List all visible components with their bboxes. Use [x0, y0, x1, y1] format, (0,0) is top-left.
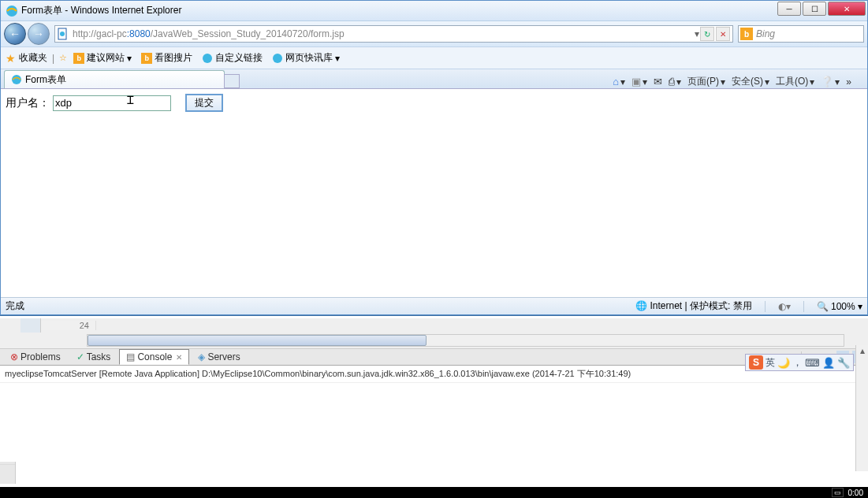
home-icon: ⌂ — [613, 76, 619, 87]
zone-indicator[interactable]: 🌐 Internet | 保护模式: 禁用 — [635, 299, 752, 313]
tab-problems[interactable]: ⊗Problems — [3, 349, 68, 365]
bing-small-icon: b — [73, 53, 84, 64]
tools-menu[interactable]: 工具(O) ▾ — [776, 75, 814, 88]
tab-console[interactable]: ▤Console✕ — [119, 349, 189, 365]
username-input[interactable] — [53, 95, 171, 111]
editor-gutter: 24 — [0, 318, 868, 333]
tasks-icon: ✓ — [76, 351, 84, 362]
form-row: 用户名： 提交 — [6, 94, 862, 112]
feeds-button[interactable]: ▣ ▾ — [631, 76, 647, 87]
scroll-thumb[interactable] — [88, 335, 427, 346]
maximize-button[interactable]: ☐ — [803, 2, 826, 16]
hscrollbar[interactable] — [87, 334, 844, 347]
mail-button[interactable]: ✉ — [654, 76, 662, 87]
rss-icon: ▣ — [631, 76, 641, 87]
ime-toolbar[interactable]: S 英 🌙 ， ⌨ 👤 🔧 — [745, 354, 854, 371]
refresh-button[interactable]: ↻ — [700, 27, 714, 41]
url-text: http://gacl-pc:8080/JavaWeb_Session_Stud… — [69, 28, 695, 39]
submit-button[interactable]: 提交 — [185, 94, 223, 112]
safety-menu[interactable]: 安全(S) ▾ — [732, 75, 769, 88]
tray-icon[interactable]: ▭ — [832, 488, 844, 497]
console-header: myeclipseTomcatServer [Remote Java Appli… — [0, 366, 868, 383]
favorites-bar: ★ 收藏夹 | ☆ b建议网站 ▾ b看图搜片 自定义链接 网页快讯库 ▾ — [1, 47, 867, 69]
forward-button[interactable]: → — [28, 23, 50, 45]
ime-lang[interactable]: 英 — [766, 356, 775, 370]
ie-icon — [6, 5, 18, 17]
print-icon: ⎙ — [669, 76, 675, 87]
problems-icon: ⊗ — [10, 351, 18, 362]
username-label: 用户名： — [6, 96, 50, 110]
status-text: 完成 — [6, 299, 635, 313]
ie-small-icon — [272, 53, 283, 64]
globe-icon: 🌐 — [635, 300, 647, 311]
status-bar: 完成 🌐 Internet | 保护模式: 禁用 ◐▾ 🔍 100% ▾ — [1, 297, 867, 314]
servers-icon: ◈ — [198, 351, 205, 362]
fav-link-image[interactable]: b看图搜片 — [138, 50, 196, 66]
window-controls: ─ ☐ ✕ — [777, 2, 866, 16]
protected-mode-icon[interactable]: ◐▾ — [778, 301, 791, 312]
add-fav-icon[interactable]: ☆ — [59, 53, 67, 63]
eclipse-area: 24 ⊗Problems ✓Tasks ▤Console✕ ◈Servers ■… — [0, 318, 868, 462]
svg-point-4 — [273, 54, 282, 63]
search-placeholder: Bing — [753, 28, 778, 39]
tab-servers[interactable]: ◈Servers — [191, 349, 247, 365]
clock[interactable]: 0:00 — [848, 489, 863, 497]
help-icon: ❔ — [821, 76, 833, 87]
page-icon — [57, 28, 69, 40]
zoom-control[interactable]: 🔍 100% ▾ — [817, 301, 862, 312]
print-button[interactable]: ⎙ ▾ — [669, 76, 681, 87]
eclipse-views-tabs: ⊗Problems ✓Tasks ▤Console✕ ◈Servers ■ ✕ … — [0, 348, 868, 366]
wrench-icon[interactable]: 🔧 — [837, 357, 850, 369]
fav-link-feeds[interactable]: 网页快讯库 ▾ — [269, 50, 343, 66]
sogou-icon[interactable]: S — [749, 355, 763, 370]
line-number: 24 — [41, 321, 96, 330]
tab-tasks[interactable]: ✓Tasks — [69, 349, 118, 365]
person-icon[interactable]: 👤 — [822, 357, 835, 369]
new-tab-button[interactable] — [224, 74, 240, 88]
ie-window: Form表单 - Windows Internet Explorer ─ ☐ ✕… — [0, 0, 868, 315]
favorites-star-icon[interactable]: ★ — [6, 52, 16, 65]
taskbar[interactable]: ▭ 0:00 — [0, 487, 868, 498]
command-bar: ⌂ ▾ ▣ ▾ ✉ ⎙ ▾ 页面(P) ▾ 安全(S) ▾ 工具(O) ▾ ❔▾… — [240, 75, 864, 88]
overflow-button[interactable]: » — [846, 76, 851, 87]
stop-button[interactable]: ✕ — [716, 27, 730, 41]
fav-link-custom[interactable]: 自定义链接 — [199, 50, 266, 66]
punct-icon[interactable]: ， — [792, 355, 803, 370]
help-button[interactable]: ❔▾ — [821, 76, 840, 87]
minimize-button[interactable]: ─ — [777, 2, 801, 16]
tab-form[interactable]: Form表单 — [4, 70, 225, 88]
back-button[interactable]: ← — [4, 23, 26, 45]
address-bar[interactable]: http://gacl-pc:8080/JavaWeb_Session_Stud… — [54, 25, 733, 43]
close-icon[interactable]: ✕ — [176, 353, 182, 362]
tab-bar: Form表单 ⌂ ▾ ▣ ▾ ✉ ⎙ ▾ 页面(P) ▾ 安全(S) ▾ 工具(… — [1, 69, 867, 89]
home-button[interactable]: ⌂ ▾ — [613, 76, 625, 87]
text-cursor-icon: Ꮖ — [127, 94, 134, 107]
bing-icon: b — [740, 28, 753, 40]
mail-icon: ✉ — [654, 76, 662, 87]
console-output[interactable] — [0, 383, 868, 462]
svg-point-2 — [60, 32, 65, 36]
eclipse-right-scrollbar[interactable]: ▴ — [855, 345, 868, 471]
window-title: Form表单 - Windows Internet Explorer — [21, 4, 866, 17]
console-icon: ▤ — [126, 351, 135, 362]
nav-bar: ← → http://gacl-pc:8080/JavaWeb_Session_… — [1, 21, 867, 47]
close-button[interactable]: ✕ — [828, 2, 866, 16]
titlebar[interactable]: Form表单 - Windows Internet Explorer ─ ☐ ✕ — [1, 1, 867, 21]
page-content: 用户名： 提交 Ꮖ — [1, 89, 867, 286]
ie-small-icon — [202, 53, 213, 64]
svg-point-3 — [203, 54, 212, 63]
fav-link-suggest[interactable]: b建议网站 ▾ — [70, 50, 135, 66]
ie-tab-icon — [11, 74, 22, 85]
moon-icon[interactable]: 🌙 — [777, 357, 790, 369]
favorites-label[interactable]: 收藏夹 — [19, 51, 47, 65]
keyboard-icon[interactable]: ⌨ — [805, 357, 820, 369]
bing-small-icon: b — [141, 53, 152, 64]
page-menu[interactable]: 页面(P) ▾ — [687, 75, 725, 88]
tab-title: Form表单 — [25, 73, 66, 87]
search-box[interactable]: b Bing — [738, 25, 864, 43]
